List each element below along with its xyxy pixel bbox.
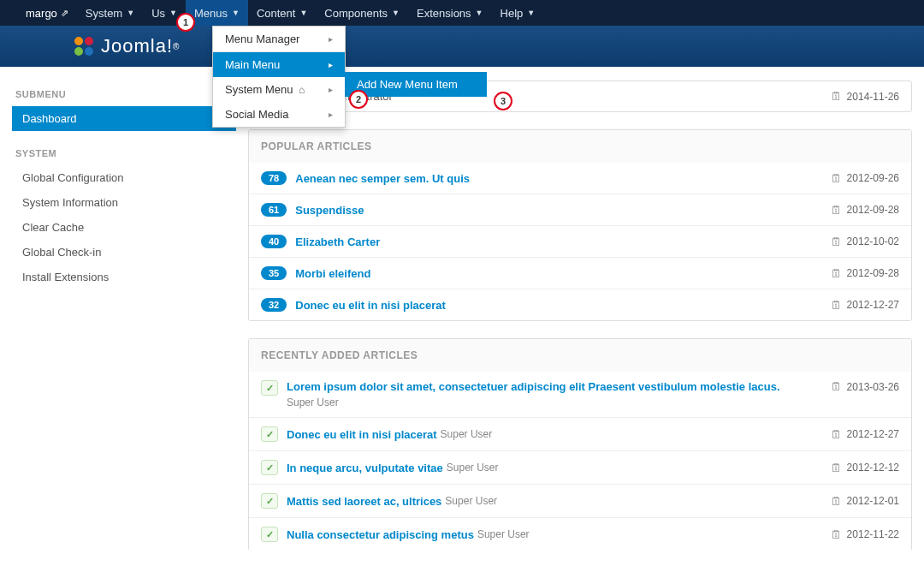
nav-help[interactable]: Help▼: [492, 0, 544, 26]
hit-count-badge: 78: [261, 171, 287, 185]
brand-link[interactable]: margo ⇗: [17, 0, 77, 26]
sidebar-system-info[interactable]: System Information: [12, 190, 236, 215]
calendar-icon: 🗓: [831, 462, 842, 474]
check-icon[interactable]: ✓: [261, 380, 278, 396]
calendar-icon: 🗓: [831, 235, 842, 248]
submenu-heading: SUBMENU: [15, 89, 236, 99]
article-link[interactable]: Nulla consectetur adipiscing metus: [287, 528, 474, 541]
caret-down-icon: ▼: [476, 9, 483, 17]
check-icon[interactable]: ✓: [261, 527, 278, 542]
calendar-icon: 🗓: [831, 267, 842, 280]
article-author: Super User: [441, 428, 493, 440]
caret-down-icon: ▼: [392, 9, 400, 17]
content-area: dministrator 🗓 2014-11-26 POPULAR ARTICL…: [248, 80, 924, 551]
nav-components[interactable]: Components▼: [316, 0, 408, 26]
check-icon[interactable]: ✓: [261, 460, 278, 475]
article-author: Super User: [287, 396, 831, 408]
article-row: ✓Lorem ipsum dolor sit amet, consectetue…: [249, 372, 911, 417]
calendar-icon: 🗓: [831, 380, 842, 393]
article-link[interactable]: Elizabeth Carter: [295, 235, 380, 248]
calendar-icon: 🗓: [831, 428, 842, 441]
article-link[interactable]: Donec eu elit in nisi placerat: [287, 428, 437, 441]
article-date: 🗓2012-11-22: [831, 528, 899, 541]
calendar-icon: 🗓: [831, 172, 842, 185]
recent-heading: RECENTLY ADDED ARTICLES: [249, 339, 911, 372]
chevron-right-icon: ▸: [329, 110, 333, 119]
annotation-2: 2: [349, 90, 368, 109]
admin-date: 🗓 2014-11-26: [831, 90, 899, 103]
caret-down-icon: ▼: [527, 9, 535, 17]
home-icon: ⌂: [299, 84, 305, 96]
article-date: 🗓2012-09-28: [831, 267, 899, 280]
sidebar-install-ext[interactable]: Install Extensions: [12, 265, 236, 289]
chevron-right-icon: ▸: [329, 34, 333, 44]
hit-count-badge: 40: [261, 235, 287, 248]
article-link[interactable]: Aenean nec semper sem. Ut quis: [295, 172, 470, 185]
svg-point-1: [85, 37, 93, 45]
article-date: 🗓2012-12-12: [831, 462, 899, 474]
article-date: 🗓2012-12-27: [831, 299, 899, 312]
caret-down-icon: ▼: [299, 9, 307, 17]
main-layout: SUBMENU Dashboard SYSTEM Global Configur…: [0, 80, 924, 551]
article-link[interactable]: Donec eu elit in nisi placerat: [295, 299, 446, 312]
hit-count-badge: 32: [261, 298, 287, 312]
dropdown-main-menu[interactable]: Main Menu ▸: [213, 52, 345, 77]
article-author: Super User: [445, 495, 497, 507]
svg-point-3: [85, 47, 93, 56]
dropdown-menu-manager[interactable]: Menu Manager ▸: [213, 27, 345, 51]
article-link[interactable]: In neque arcu, vulputate vitae: [287, 462, 443, 474]
calendar-icon: 🗓: [831, 299, 842, 312]
joomla-logo: Joomla!®: [72, 34, 180, 58]
article-row: ✓Nulla consectetur adipiscing metusSuper…: [249, 517, 911, 551]
article-row: ✓Mattis sed laoreet ac, ultricesSuper Us…: [249, 484, 911, 517]
article-row: 61Suspendisse🗓2012-09-28: [249, 194, 911, 225]
nav-system[interactable]: System▼: [77, 0, 143, 26]
external-link-icon: ⇗: [61, 8, 68, 19]
article-date: 🗓2013-03-26: [831, 380, 899, 393]
article-date: 🗓2012-09-26: [831, 172, 899, 185]
article-date: 🗓2012-10-02: [831, 235, 899, 248]
hit-count-badge: 35: [261, 266, 287, 280]
sidebar-clear-cache[interactable]: Clear Cache: [12, 215, 236, 240]
sidebar-global-checkin[interactable]: Global Check-in: [12, 240, 236, 265]
article-row: ✓In neque arcu, vulputate vitaeSuper Use…: [249, 450, 911, 484]
joomla-logo-text: Joomla!: [101, 35, 173, 57]
popular-articles-panel: POPULAR ARTICLES 78Aenean nec semper sem…: [248, 129, 912, 321]
chevron-right-icon: ▸: [329, 60, 333, 69]
sidebar-global-config[interactable]: Global Configuration: [12, 165, 236, 190]
nav-content[interactable]: Content▼: [248, 0, 316, 26]
article-link[interactable]: Lorem ipsum dolor sit amet, consectetuer…: [287, 380, 780, 393]
menus-dropdown: Menu Manager ▸ Main Menu ▸ System Menu ⌂…: [212, 26, 346, 128]
article-link[interactable]: Morbi eleifend: [295, 267, 370, 280]
sidebar-dashboard[interactable]: Dashboard: [12, 106, 236, 131]
header-bar: Joomla!® nel: [0, 26, 924, 67]
caret-down-icon: ▼: [127, 9, 134, 17]
brand-text: margo: [26, 7, 57, 20]
calendar-icon: 🗓: [831, 528, 842, 541]
article-date: 🗓2012-12-27: [831, 428, 899, 441]
nav-extensions[interactable]: Extensions▼: [408, 0, 492, 26]
article-link[interactable]: Mattis sed laoreet ac, ultrices: [287, 495, 441, 508]
article-author: Super User: [477, 528, 530, 540]
check-icon[interactable]: ✓: [261, 426, 278, 442]
article-date: 🗓2012-09-28: [831, 204, 899, 217]
article-link[interactable]: Suspendisse: [295, 204, 364, 217]
article-row: 78Aenean nec semper sem. Ut quis🗓2012-09…: [249, 163, 911, 194]
hit-count-badge: 61: [261, 203, 287, 217]
joomla-logo-icon: [72, 34, 96, 58]
dropdown-social-media[interactable]: Social Media ▸: [213, 102, 345, 127]
svg-point-0: [74, 37, 83, 45]
caret-down-icon: ▼: [169, 9, 177, 17]
article-row: 32Donec eu elit in nisi placerat🗓2012-12…: [249, 289, 911, 320]
article-row: ✓Donec eu elit in nisi placeratSuper Use…: [249, 417, 911, 450]
caret-down-icon: ▼: [232, 9, 240, 17]
check-icon[interactable]: ✓: [261, 493, 278, 509]
svg-point-2: [74, 47, 83, 56]
article-row: 40Elizabeth Carter🗓2012-10-02: [249, 225, 911, 257]
annotation-3: 3: [494, 92, 512, 110]
article-row: 35Morbi eleifend🗓2012-09-28: [249, 257, 911, 289]
system-heading: SYSTEM: [15, 148, 236, 158]
dropdown-system-menu[interactable]: System Menu ⌂ ▸: [213, 77, 345, 102]
calendar-icon: 🗓: [831, 495, 842, 508]
recent-articles-panel: RECENTLY ADDED ARTICLES ✓Lorem ipsum dol…: [248, 338, 912, 551]
